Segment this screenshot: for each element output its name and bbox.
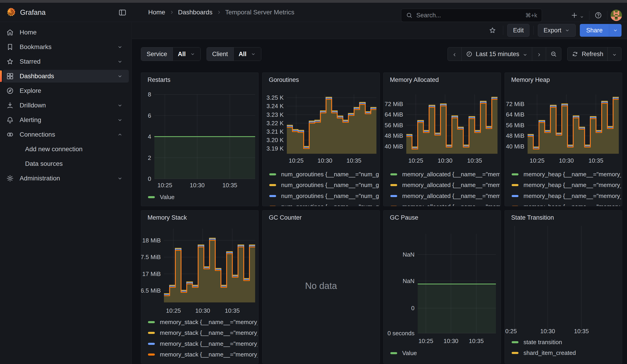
- favorite-button[interactable]: [486, 24, 499, 37]
- legend-item[interactable]: num_goroutines {__name__="num_go: [269, 191, 379, 201]
- svg-text:16.5 MiB: 16.5 MiB: [141, 287, 161, 294]
- sidebar-item-add-new-connection[interactable]: Add new connection: [3, 143, 129, 156]
- panel-title[interactable]: GC Counter: [269, 214, 302, 221]
- legend-item[interactable]: memory_stack {__name__="memory_s: [148, 339, 258, 349]
- svg-text:10:30: 10:30: [317, 157, 332, 164]
- refresh-button[interactable]: Refresh: [568, 48, 607, 61]
- legend-series-label: memory_heap {__name__="memory_h: [523, 203, 621, 206]
- no-data-message: No data: [262, 281, 380, 291]
- svg-text:10:35: 10:35: [467, 157, 482, 164]
- sidebar-item-starred[interactable]: Starred: [3, 55, 129, 68]
- filter-value-dropdown[interactable]: All: [173, 48, 200, 61]
- legend-item[interactable]: num_goroutines {__name__="num_go: [269, 169, 379, 179]
- svg-text:10:25: 10:25: [166, 307, 181, 314]
- svg-text:4: 4: [148, 133, 151, 140]
- breadcrumb-home[interactable]: Home: [148, 9, 165, 16]
- svg-text:8: 8: [148, 91, 151, 98]
- breadcrumb-dashboards[interactable]: Dashboards: [178, 9, 212, 16]
- legend-item[interactable]: memory_heap {__name__="memory_h: [512, 191, 621, 201]
- help-button[interactable]: [593, 9, 604, 22]
- legend-item[interactable]: memory_heap {__name__="memory_h: [512, 202, 621, 207]
- legend-item[interactable]: memory_allocated {__name__="memo: [390, 191, 500, 201]
- legend-series-label: memory_heap {__name__="memory_h: [523, 171, 621, 178]
- search-input[interactable]: Search... ⌘+k: [401, 9, 542, 22]
- svg-text:3.25 K: 3.25 K: [266, 94, 284, 101]
- chevron-down-icon: [117, 73, 123, 79]
- time-shift-back-button[interactable]: [448, 48, 462, 61]
- sidebar-item-bookmarks[interactable]: Bookmarks: [3, 41, 129, 53]
- sidebar-item-administration[interactable]: Administration: [3, 172, 129, 185]
- clock-icon: [466, 51, 473, 57]
- legend-item[interactable]: memory_stack {__name__="memory_s: [148, 328, 258, 338]
- sidebar-item-data-sources[interactable]: Data sources: [3, 157, 129, 170]
- zoom-out-button[interactable]: [546, 48, 561, 61]
- legend-item[interactable]: shard_item_created: [512, 348, 621, 358]
- sidebar-item-label: Drilldown: [20, 102, 46, 109]
- new-menu-button[interactable]: [569, 9, 586, 22]
- legend-series-label: num_goroutines {__name__="num_go: [281, 171, 379, 178]
- svg-text:72 MiB: 72 MiB: [385, 101, 403, 107]
- chevron-down-icon: [117, 59, 123, 64]
- sidebar-item-drilldown[interactable]: Drilldown: [3, 99, 129, 112]
- legend-item[interactable]: memory_allocated {__name__="memo: [390, 169, 500, 179]
- sidebar-nav: HomeBookmarksStarredDashboardsExploreDri…: [0, 22, 132, 364]
- legend-item[interactable]: num_goroutines {__name__="num_go: [269, 202, 379, 207]
- breadcrumb: Home Dashboards Temporal Server Metrics: [148, 3, 294, 22]
- filter-value-dropdown[interactable]: All: [234, 48, 261, 61]
- refresh-interval-button[interactable]: [607, 48, 621, 61]
- star-icon: [488, 26, 497, 34]
- panel-gccounter: GC CounterNo data: [262, 210, 380, 364]
- gear-icon: [6, 174, 14, 182]
- legend-item[interactable]: memory_heap {__name__="memory_h: [512, 169, 621, 179]
- legend-item[interactable]: memory_allocated {__name__="memo: [390, 180, 500, 190]
- bookmark-icon: [6, 43, 14, 51]
- share-button[interactable]: Share: [580, 24, 622, 37]
- sidebar-item-connections[interactable]: Connections: [3, 128, 129, 141]
- legend-series-marker: [512, 352, 519, 354]
- question-icon: [594, 11, 602, 19]
- legend-item[interactable]: memory_stack {__name__="memory_s: [148, 350, 258, 360]
- time-range-picker[interactable]: Last 15 minutes: [462, 48, 532, 61]
- svg-text:10:25: 10:25: [157, 182, 172, 189]
- time-shift-forward-button[interactable]: [532, 48, 546, 61]
- sidebar-item-label: Dashboards: [20, 73, 54, 80]
- sidebar-item-dashboards[interactable]: Dashboards: [3, 70, 129, 83]
- chevron-down-icon: [117, 44, 123, 50]
- chart-gcpause: 10:2510:3010:35NaNNaN00 seconds: [383, 210, 501, 364]
- export-button[interactable]: Export: [538, 24, 576, 37]
- divider: [533, 26, 534, 35]
- edit-button[interactable]: Edit: [507, 24, 529, 37]
- legend-item[interactable]: Value: [390, 348, 500, 358]
- chevron-up-icon: [117, 132, 123, 138]
- legend-item[interactable]: memory_heap {__name__="memory_h: [512, 180, 621, 190]
- legend-series-label: memory_allocated {__name__="memo: [402, 171, 500, 178]
- legend-series-marker: [269, 173, 276, 175]
- svg-text:64 MiB: 64 MiB: [506, 111, 524, 118]
- legend-series-label: memory_allocated {__name__="memo: [402, 203, 500, 206]
- legend-series-label: memory_stack {__name__="memory_s: [160, 329, 258, 336]
- svg-text:10:35: 10:35: [574, 328, 589, 335]
- sidebar-toggle-icon[interactable]: [118, 8, 127, 17]
- svg-text:3.24 K: 3.24 K: [266, 103, 284, 109]
- chevron-down-icon: [251, 51, 256, 57]
- sidebar-item-explore[interactable]: Explore: [3, 84, 129, 97]
- legend-item[interactable]: Value: [148, 192, 258, 202]
- grafana-logo-icon[interactable]: [5, 7, 16, 18]
- avatar[interactable]: [611, 9, 622, 21]
- sidebar-item-alerting[interactable]: Alerting: [3, 113, 129, 126]
- legend-item[interactable]: memory_allocated {__name__="memo: [390, 202, 500, 207]
- refresh-group: Refresh: [567, 47, 622, 61]
- legend-series-marker: [269, 206, 276, 206]
- svg-text:64 MiB: 64 MiB: [385, 111, 403, 118]
- legend-series-label: Value: [160, 194, 175, 201]
- sidebar-item-home[interactable]: Home: [3, 26, 129, 39]
- panel-memstack: Memory Stack10:2510:3010:3516.5 MiB17 Mi…: [141, 210, 259, 364]
- svg-text:0 seconds: 0 seconds: [387, 330, 415, 337]
- share-menu-button[interactable]: [609, 24, 622, 37]
- chevron-down-icon: [612, 51, 617, 57]
- legend-item[interactable]: num_goroutines {__name__="num_go: [269, 180, 379, 190]
- svg-text:17 MiB: 17 MiB: [142, 270, 161, 277]
- legend-item[interactable]: state transition: [512, 337, 621, 347]
- legend-item[interactable]: memory_stack {__name__="memory_s: [148, 317, 258, 327]
- legend-series-label: memory_stack {__name__="memory_s: [160, 319, 258, 326]
